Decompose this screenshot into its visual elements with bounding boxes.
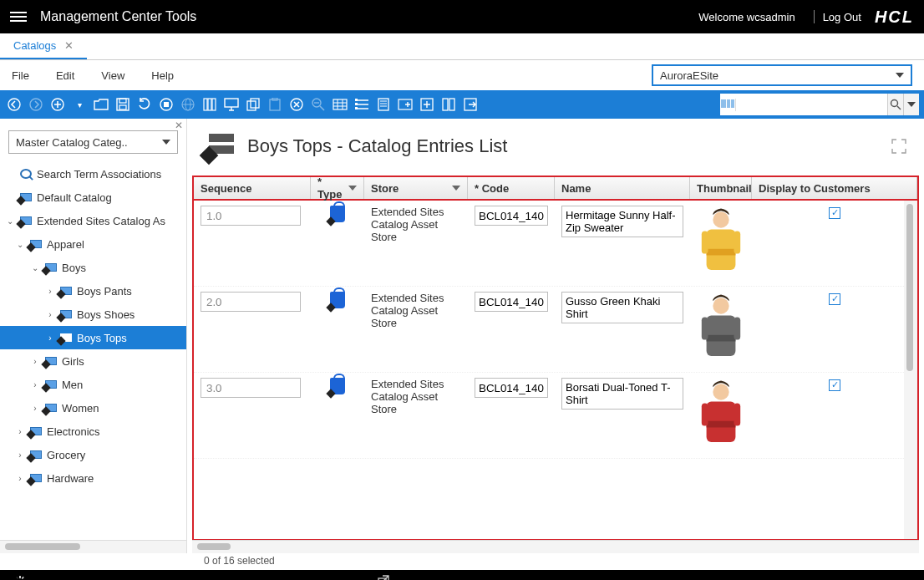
- table-icon[interactable]: [331, 95, 349, 114]
- tab-catalogs[interactable]: Catalogs ✕: [0, 33, 87, 59]
- chevron-down-icon: [348, 186, 357, 191]
- selection-status: 0 of 16 selected: [204, 555, 275, 567]
- close-icon[interactable]: ✕: [64, 39, 74, 52]
- col-thumbnail[interactable]: Thumbnail: [690, 177, 752, 199]
- sidebar-close-icon[interactable]: ✕: [175, 120, 183, 131]
- tree-default-catalog[interactable]: Default Catalog: [0, 186, 186, 209]
- expand-icon[interactable]: ›: [15, 450, 25, 460]
- menu-toggle-icon[interactable]: [10, 9, 27, 24]
- collapse-icon[interactable]: ⌄: [15, 240, 25, 249]
- fit-icon[interactable]: [418, 95, 436, 114]
- save-icon[interactable]: [114, 95, 132, 114]
- expand-icon[interactable]: ›: [30, 404, 40, 413]
- sequence-input[interactable]: [201, 206, 301, 226]
- vertical-scrollbar[interactable]: [904, 201, 917, 539]
- search-dropdown-button[interactable]: [903, 94, 919, 115]
- code-input[interactable]: [475, 206, 548, 226]
- col-code[interactable]: * Code: [468, 177, 555, 199]
- svg-point-0: [8, 99, 20, 110]
- menu-file[interactable]: File: [12, 69, 29, 82]
- svg-rect-14: [247, 101, 256, 110]
- tree-electronics[interactable]: ›Electronics: [0, 420, 186, 443]
- logout-link[interactable]: Log Out: [823, 11, 861, 23]
- name-input[interactable]: Hermitage Sunny Half-Zip Sweater: [561, 206, 683, 237]
- tree-grocery[interactable]: ›Grocery: [0, 443, 186, 466]
- new-icon[interactable]: [48, 95, 67, 114]
- monitor-icon[interactable]: [222, 95, 241, 114]
- col-store[interactable]: Store: [364, 177, 468, 199]
- name-input[interactable]: Borsati Dual-Toned T-Shirt: [561, 378, 683, 410]
- open-icon[interactable]: [92, 95, 110, 114]
- menu-edit[interactable]: Edit: [56, 69, 74, 82]
- collapse-icon[interactable]: ⌄: [5, 216, 15, 226]
- sequence-input[interactable]: [201, 292, 301, 312]
- zoom-out-icon[interactable]: [309, 95, 327, 114]
- code-input[interactable]: [475, 378, 548, 398]
- name-input[interactable]: Gusso Green Khaki Shirt: [561, 292, 683, 323]
- col-display[interactable]: Display to Customers: [752, 177, 917, 199]
- menu-help[interactable]: Help: [151, 69, 174, 82]
- tree-boys[interactable]: ⌄Boys: [0, 256, 186, 279]
- sequence-input[interactable]: [201, 378, 301, 398]
- tree-girls[interactable]: ›Girls: [0, 349, 186, 373]
- menu-view[interactable]: View: [101, 69, 124, 82]
- tree-extended-sites[interactable]: ⌄Extended Sites Catalog As: [0, 209, 186, 232]
- paste-icon[interactable]: [266, 95, 284, 114]
- sidebar-horizontal-scrollbar[interactable]: [0, 540, 186, 553]
- display-checkbox[interactable]: ✓: [829, 293, 840, 305]
- tree-boys-tops[interactable]: ›Boys Tops: [0, 326, 186, 349]
- main-panel: Boys Tops - Catalog Entries List Sequenc…: [187, 119, 924, 553]
- col-name[interactable]: Name: [555, 177, 690, 199]
- expand-icon[interactable]: ›: [15, 474, 25, 483]
- chevron-down-icon[interactable]: ▾: [70, 95, 89, 114]
- tree-boys-pants[interactable]: ›Boys Pants: [0, 279, 186, 303]
- tree-men[interactable]: ›Men: [0, 373, 186, 396]
- display-checkbox[interactable]: ✓: [829, 379, 840, 391]
- svg-rect-20: [333, 99, 347, 109]
- sidebar-scope-dropdown[interactable]: Master Catalog Categ..: [8, 130, 178, 154]
- columns-icon[interactable]: [201, 95, 219, 114]
- globe-icon[interactable]: [179, 95, 197, 114]
- expand-icon[interactable]: ›: [15, 427, 25, 436]
- search-input[interactable]: [736, 99, 887, 111]
- split-icon[interactable]: [439, 95, 458, 114]
- search-button[interactable]: [887, 94, 903, 115]
- svg-rect-12: [212, 99, 216, 110]
- copy-icon[interactable]: [244, 95, 262, 114]
- col-type[interactable]: * Type: [311, 177, 364, 199]
- table-row[interactable]: Extended Sites Catalog Asset Store Gusso…: [194, 287, 917, 373]
- popout-icon[interactable]: [378, 575, 389, 581]
- refresh-icon[interactable]: [135, 95, 154, 114]
- tree-apparel[interactable]: ⌄Apparel: [0, 232, 186, 256]
- col-sequence[interactable]: Sequence: [194, 177, 311, 199]
- details-icon[interactable]: [374, 95, 393, 114]
- list-icon[interactable]: [353, 95, 371, 114]
- expand-icon[interactable]: ›: [30, 380, 40, 389]
- tree-search-associations[interactable]: Search Term Associations: [0, 162, 186, 186]
- store-selector[interactable]: AuroraESite: [652, 64, 912, 86]
- stop-icon[interactable]: [157, 95, 175, 114]
- svg-rect-39: [702, 318, 708, 340]
- barcode-icon[interactable]: [720, 99, 736, 111]
- main-horizontal-scrollbar[interactable]: [192, 540, 919, 553]
- collapse-icon[interactable]: ⌄: [30, 263, 40, 272]
- back-icon[interactable]: [5, 95, 23, 114]
- forward-icon[interactable]: [27, 95, 45, 114]
- expand-icon[interactable]: ›: [30, 357, 40, 366]
- maximize-icon[interactable]: [891, 138, 907, 155]
- export-icon[interactable]: [461, 95, 480, 114]
- expand-icon[interactable]: ›: [45, 310, 55, 319]
- delete-icon[interactable]: [287, 95, 306, 114]
- tree-women[interactable]: ›Women: [0, 396, 186, 420]
- code-input[interactable]: [475, 292, 548, 312]
- svg-rect-16: [270, 99, 280, 110]
- display-checkbox[interactable]: ✓: [829, 207, 840, 219]
- insert-icon[interactable]: [396, 95, 414, 114]
- expand-icon[interactable]: ›: [45, 333, 55, 343]
- tree-hardware[interactable]: ›Hardware: [0, 466, 186, 490]
- tree-boys-shoes[interactable]: ›Boys Shoes: [0, 303, 186, 326]
- store-cell: Extended Sites Catalog Asset Store: [364, 378, 468, 415]
- table-row[interactable]: Extended Sites Catalog Asset Store Hermi…: [194, 201, 917, 287]
- table-row[interactable]: Extended Sites Catalog Asset Store Borsa…: [194, 373, 917, 459]
- expand-icon[interactable]: ›: [45, 287, 55, 296]
